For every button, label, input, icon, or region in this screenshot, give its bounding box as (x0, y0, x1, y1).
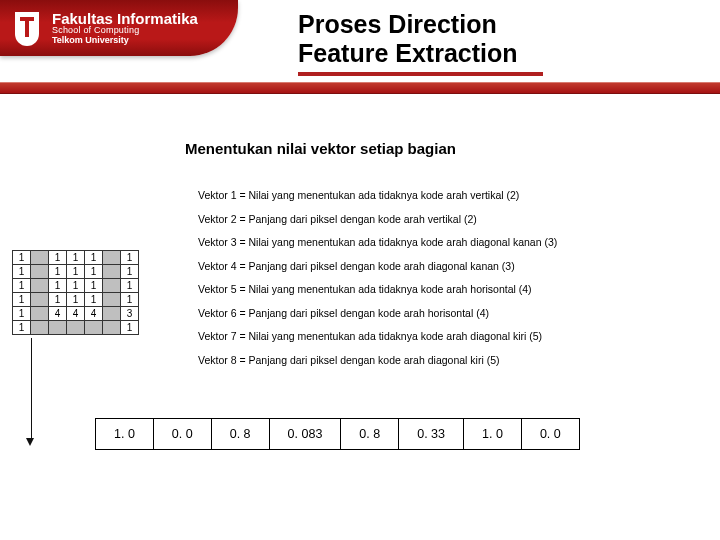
brand-text: Fakultas Informatika School of Computing… (52, 11, 198, 46)
vector-line: Vektor 7 = Nilai yang menentukan ada tid… (198, 331, 557, 342)
grid-cell: 1 (13, 265, 31, 279)
grid-cell: 1 (13, 307, 31, 321)
brand-line3: Telkom University (52, 36, 198, 45)
pixel-grid: 111111111111111111111444311 (12, 250, 139, 335)
grid-cell: 1 (13, 321, 31, 335)
value-row: 1. 00. 00. 80. 0830. 80. 331. 00. 0 (95, 418, 580, 450)
grid-cell: 1 (49, 279, 67, 293)
value-cell: 0. 8 (341, 419, 399, 449)
grid-cell: 1 (85, 251, 103, 265)
brand-bar: Fakultas Informatika School of Computing… (0, 0, 238, 56)
grid-cell: 1 (121, 251, 139, 265)
grid-cell (103, 251, 121, 265)
vector-line: Vektor 6 = Panjang dari piksel dengan ko… (198, 308, 557, 319)
subtitle: Menentukan nilai vektor setiap bagian (185, 140, 456, 157)
grid-cell: 1 (13, 251, 31, 265)
grid-cell: 3 (121, 307, 139, 321)
vector-line: Vektor 1 = Nilai yang menentukan ada tid… (198, 190, 557, 201)
value-cell: 1. 0 (464, 419, 522, 449)
grid-cell: 1 (49, 293, 67, 307)
vector-line: Vektor 3 = Nilai yang menentukan ada tid… (198, 237, 557, 248)
value-cell: 0. 0 (522, 419, 579, 449)
grid-cell: 1 (13, 293, 31, 307)
university-logo-icon (12, 10, 42, 46)
grid-cell: 1 (13, 279, 31, 293)
brand-line1: Fakultas Informatika (52, 11, 198, 27)
grid-cell (103, 265, 121, 279)
value-cell: 1. 0 (96, 419, 154, 449)
grid-cell (103, 279, 121, 293)
title-line-2: Feature Extraction (298, 39, 518, 68)
grid-cell: 1 (121, 279, 139, 293)
grid-cell: 4 (85, 307, 103, 321)
grid-cell: 1 (67, 293, 85, 307)
title-line-1: Proses Direction (298, 10, 518, 39)
title-underline (298, 72, 543, 76)
grid-cell: 1 (121, 293, 139, 307)
grid-cell (103, 321, 121, 335)
grid-cell (31, 279, 49, 293)
grid-cell (67, 321, 85, 335)
arrow-down-icon (29, 338, 34, 446)
grid-cell: 1 (67, 279, 85, 293)
vector-line: Vektor 2 = Panjang dari piksel dengan ko… (198, 214, 557, 225)
grid-cell: 1 (121, 321, 139, 335)
vector-line: Vektor 8 = Panjang dari piksel dengan ko… (198, 355, 557, 366)
grid-cell (31, 265, 49, 279)
page-title: Proses Direction Feature Extraction (298, 10, 518, 68)
grid-cell: 4 (49, 307, 67, 321)
vector-line: Vektor 5 = Nilai yang menentukan ada tid… (198, 284, 557, 295)
value-cell: 0. 8 (212, 419, 270, 449)
vector-line: Vektor 4 = Panjang dari piksel dengan ko… (198, 261, 557, 272)
grid-cell: 1 (85, 293, 103, 307)
grid-cell (31, 307, 49, 321)
grid-cell (31, 321, 49, 335)
grid-cell: 1 (85, 265, 103, 279)
grid-cell: 1 (49, 265, 67, 279)
value-cell: 0. 083 (270, 419, 342, 449)
grid-cell (103, 293, 121, 307)
grid-cell (49, 321, 67, 335)
vector-definitions: Vektor 1 = Nilai yang menentukan ada tid… (198, 190, 557, 378)
grid-cell (85, 321, 103, 335)
grid-cell (31, 293, 49, 307)
grid-cell: 1 (49, 251, 67, 265)
header-divider-bar (0, 82, 720, 94)
grid-cell: 1 (67, 265, 85, 279)
grid-cell: 1 (85, 279, 103, 293)
value-cell: 0. 33 (399, 419, 464, 449)
grid-cell (103, 307, 121, 321)
value-cell: 0. 0 (154, 419, 212, 449)
grid-cell: 1 (67, 251, 85, 265)
grid-cell: 1 (121, 265, 139, 279)
grid-cell: 4 (67, 307, 85, 321)
grid-cell (31, 251, 49, 265)
